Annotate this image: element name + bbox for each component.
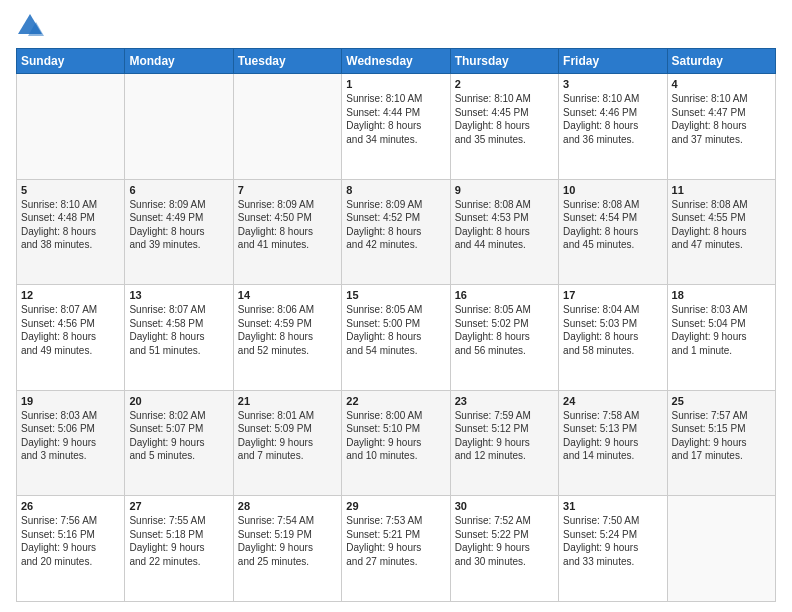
- day-number: 18: [672, 289, 771, 301]
- calendar-cell: 3Sunrise: 8:10 AM Sunset: 4:46 PM Daylig…: [559, 74, 667, 180]
- calendar-cell: 5Sunrise: 8:10 AM Sunset: 4:48 PM Daylig…: [17, 179, 125, 285]
- calendar-cell: 30Sunrise: 7:52 AM Sunset: 5:22 PM Dayli…: [450, 496, 558, 602]
- day-info: Sunrise: 8:05 AM Sunset: 5:02 PM Dayligh…: [455, 303, 554, 357]
- weekday-header-friday: Friday: [559, 49, 667, 74]
- calendar-cell: 14Sunrise: 8:06 AM Sunset: 4:59 PM Dayli…: [233, 285, 341, 391]
- day-info: Sunrise: 8:10 AM Sunset: 4:46 PM Dayligh…: [563, 92, 662, 146]
- day-info: Sunrise: 7:50 AM Sunset: 5:24 PM Dayligh…: [563, 514, 662, 568]
- day-info: Sunrise: 7:58 AM Sunset: 5:13 PM Dayligh…: [563, 409, 662, 463]
- day-number: 14: [238, 289, 337, 301]
- calendar-cell: 24Sunrise: 7:58 AM Sunset: 5:13 PM Dayli…: [559, 390, 667, 496]
- day-number: 31: [563, 500, 662, 512]
- calendar-cell: 4Sunrise: 8:10 AM Sunset: 4:47 PM Daylig…: [667, 74, 775, 180]
- weekday-header-tuesday: Tuesday: [233, 49, 341, 74]
- calendar-cell: 16Sunrise: 8:05 AM Sunset: 5:02 PM Dayli…: [450, 285, 558, 391]
- day-info: Sunrise: 8:05 AM Sunset: 5:00 PM Dayligh…: [346, 303, 445, 357]
- day-number: 26: [21, 500, 120, 512]
- day-info: Sunrise: 7:54 AM Sunset: 5:19 PM Dayligh…: [238, 514, 337, 568]
- day-info: Sunrise: 8:09 AM Sunset: 4:49 PM Dayligh…: [129, 198, 228, 252]
- day-number: 11: [672, 184, 771, 196]
- day-info: Sunrise: 8:00 AM Sunset: 5:10 PM Dayligh…: [346, 409, 445, 463]
- week-row-2: 12Sunrise: 8:07 AM Sunset: 4:56 PM Dayli…: [17, 285, 776, 391]
- day-number: 29: [346, 500, 445, 512]
- day-info: Sunrise: 7:52 AM Sunset: 5:22 PM Dayligh…: [455, 514, 554, 568]
- calendar-cell: 6Sunrise: 8:09 AM Sunset: 4:49 PM Daylig…: [125, 179, 233, 285]
- day-info: Sunrise: 8:07 AM Sunset: 4:56 PM Dayligh…: [21, 303, 120, 357]
- calendar-cell: 17Sunrise: 8:04 AM Sunset: 5:03 PM Dayli…: [559, 285, 667, 391]
- day-number: 5: [21, 184, 120, 196]
- day-info: Sunrise: 7:53 AM Sunset: 5:21 PM Dayligh…: [346, 514, 445, 568]
- day-number: 2: [455, 78, 554, 90]
- day-info: Sunrise: 8:01 AM Sunset: 5:09 PM Dayligh…: [238, 409, 337, 463]
- calendar-cell: 8Sunrise: 8:09 AM Sunset: 4:52 PM Daylig…: [342, 179, 450, 285]
- day-number: 30: [455, 500, 554, 512]
- calendar-cell: 11Sunrise: 8:08 AM Sunset: 4:55 PM Dayli…: [667, 179, 775, 285]
- logo-icon: [16, 12, 44, 40]
- calendar-cell: 31Sunrise: 7:50 AM Sunset: 5:24 PM Dayli…: [559, 496, 667, 602]
- week-row-1: 5Sunrise: 8:10 AM Sunset: 4:48 PM Daylig…: [17, 179, 776, 285]
- calendar-cell: 2Sunrise: 8:10 AM Sunset: 4:45 PM Daylig…: [450, 74, 558, 180]
- calendar-cell: 13Sunrise: 8:07 AM Sunset: 4:58 PM Dayli…: [125, 285, 233, 391]
- day-number: 16: [455, 289, 554, 301]
- calendar-cell: 28Sunrise: 7:54 AM Sunset: 5:19 PM Dayli…: [233, 496, 341, 602]
- day-number: 10: [563, 184, 662, 196]
- day-info: Sunrise: 7:57 AM Sunset: 5:15 PM Dayligh…: [672, 409, 771, 463]
- day-number: 4: [672, 78, 771, 90]
- calendar-cell: 12Sunrise: 8:07 AM Sunset: 4:56 PM Dayli…: [17, 285, 125, 391]
- day-number: 27: [129, 500, 228, 512]
- day-number: 21: [238, 395, 337, 407]
- day-info: Sunrise: 8:08 AM Sunset: 4:54 PM Dayligh…: [563, 198, 662, 252]
- calendar-cell: 21Sunrise: 8:01 AM Sunset: 5:09 PM Dayli…: [233, 390, 341, 496]
- calendar-cell: 1Sunrise: 8:10 AM Sunset: 4:44 PM Daylig…: [342, 74, 450, 180]
- day-number: 3: [563, 78, 662, 90]
- calendar-cell: 23Sunrise: 7:59 AM Sunset: 5:12 PM Dayli…: [450, 390, 558, 496]
- day-number: 15: [346, 289, 445, 301]
- calendar-cell: 26Sunrise: 7:56 AM Sunset: 5:16 PM Dayli…: [17, 496, 125, 602]
- day-info: Sunrise: 8:07 AM Sunset: 4:58 PM Dayligh…: [129, 303, 228, 357]
- day-number: 19: [21, 395, 120, 407]
- weekday-header-saturday: Saturday: [667, 49, 775, 74]
- week-row-3: 19Sunrise: 8:03 AM Sunset: 5:06 PM Dayli…: [17, 390, 776, 496]
- day-number: 7: [238, 184, 337, 196]
- day-info: Sunrise: 8:03 AM Sunset: 5:06 PM Dayligh…: [21, 409, 120, 463]
- weekday-header-row: SundayMondayTuesdayWednesdayThursdayFrid…: [17, 49, 776, 74]
- day-info: Sunrise: 7:55 AM Sunset: 5:18 PM Dayligh…: [129, 514, 228, 568]
- header: [16, 12, 776, 40]
- day-info: Sunrise: 8:06 AM Sunset: 4:59 PM Dayligh…: [238, 303, 337, 357]
- calendar-cell: [17, 74, 125, 180]
- day-info: Sunrise: 8:03 AM Sunset: 5:04 PM Dayligh…: [672, 303, 771, 357]
- calendar-cell: [125, 74, 233, 180]
- day-info: Sunrise: 8:10 AM Sunset: 4:47 PM Dayligh…: [672, 92, 771, 146]
- calendar-cell: 19Sunrise: 8:03 AM Sunset: 5:06 PM Dayli…: [17, 390, 125, 496]
- day-number: 17: [563, 289, 662, 301]
- day-info: Sunrise: 7:56 AM Sunset: 5:16 PM Dayligh…: [21, 514, 120, 568]
- calendar-cell: 18Sunrise: 8:03 AM Sunset: 5:04 PM Dayli…: [667, 285, 775, 391]
- day-number: 28: [238, 500, 337, 512]
- day-number: 9: [455, 184, 554, 196]
- weekday-header-monday: Monday: [125, 49, 233, 74]
- day-info: Sunrise: 8:04 AM Sunset: 5:03 PM Dayligh…: [563, 303, 662, 357]
- day-info: Sunrise: 8:09 AM Sunset: 4:52 PM Dayligh…: [346, 198, 445, 252]
- day-info: Sunrise: 8:02 AM Sunset: 5:07 PM Dayligh…: [129, 409, 228, 463]
- calendar-cell: 27Sunrise: 7:55 AM Sunset: 5:18 PM Dayli…: [125, 496, 233, 602]
- calendar-cell: [233, 74, 341, 180]
- weekday-header-sunday: Sunday: [17, 49, 125, 74]
- day-number: 1: [346, 78, 445, 90]
- day-number: 8: [346, 184, 445, 196]
- day-number: 22: [346, 395, 445, 407]
- day-number: 25: [672, 395, 771, 407]
- calendar-cell: 7Sunrise: 8:09 AM Sunset: 4:50 PM Daylig…: [233, 179, 341, 285]
- page: SundayMondayTuesdayWednesdayThursdayFrid…: [0, 0, 792, 612]
- day-info: Sunrise: 8:10 AM Sunset: 4:48 PM Dayligh…: [21, 198, 120, 252]
- day-info: Sunrise: 7:59 AM Sunset: 5:12 PM Dayligh…: [455, 409, 554, 463]
- calendar-cell: 20Sunrise: 8:02 AM Sunset: 5:07 PM Dayli…: [125, 390, 233, 496]
- day-number: 6: [129, 184, 228, 196]
- weekday-header-wednesday: Wednesday: [342, 49, 450, 74]
- day-number: 23: [455, 395, 554, 407]
- day-number: 12: [21, 289, 120, 301]
- logo: [16, 12, 48, 40]
- day-info: Sunrise: 8:08 AM Sunset: 4:55 PM Dayligh…: [672, 198, 771, 252]
- calendar-cell: 29Sunrise: 7:53 AM Sunset: 5:21 PM Dayli…: [342, 496, 450, 602]
- week-row-0: 1Sunrise: 8:10 AM Sunset: 4:44 PM Daylig…: [17, 74, 776, 180]
- calendar-cell: 22Sunrise: 8:00 AM Sunset: 5:10 PM Dayli…: [342, 390, 450, 496]
